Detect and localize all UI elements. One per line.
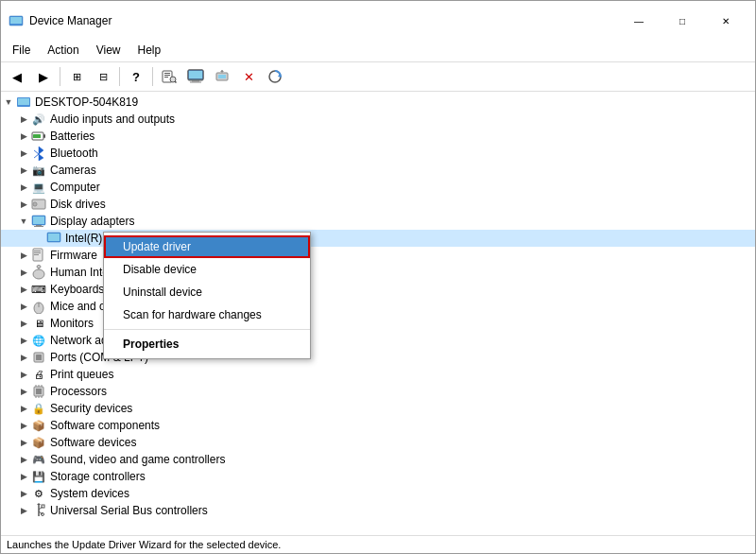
svg-rect-6: [164, 77, 168, 78]
security-label: Security devices: [50, 402, 132, 415]
menu-file[interactable]: File: [5, 41, 38, 60]
ports-expand-icon[interactable]: ▶: [16, 353, 31, 362]
close-button[interactable]: ✕: [704, 7, 747, 35]
svg-rect-25: [43, 134, 45, 138]
ctx-update-driver[interactable]: Update driver: [104, 235, 310, 258]
security-icon: 🔒: [31, 401, 46, 416]
expand-button[interactable]: ⊞: [64, 65, 89, 88]
ctx-scan-hardware[interactable]: Scan for hardware changes: [104, 303, 310, 326]
keyboards-expand-icon[interactable]: ▶: [16, 285, 31, 294]
monitors-expand-icon[interactable]: ▶: [16, 319, 31, 328]
tree-item-print-queues[interactable]: ▶ 🖨 Print queues: [1, 366, 755, 383]
processors-icon: [31, 384, 46, 399]
status-text: Launches the Update Driver Wizard for th…: [7, 539, 281, 550]
firmware-label: Firmware: [50, 249, 97, 262]
context-menu-separator: [104, 329, 310, 330]
update-driver-button[interactable]: [210, 65, 234, 88]
toolbar-separator-1: [60, 67, 60, 86]
bluetooth-expand-icon[interactable]: ▶: [16, 148, 31, 158]
tree-item-software-devices[interactable]: ▶ 📦 Software devices: [1, 434, 755, 451]
usb-expand-icon[interactable]: ▶: [16, 506, 31, 515]
tree-item-security[interactable]: ▶ 🔒 Security devices: [1, 400, 755, 417]
maximize-button[interactable]: □: [661, 7, 704, 35]
sw-devices-expand-icon[interactable]: ▶: [16, 438, 31, 447]
tree-item-computer[interactable]: ▶ 💻 Computer: [1, 179, 755, 196]
disk-label: Disk drives: [50, 198, 106, 211]
tree-item-display-adapters[interactable]: ▼ Display adapters: [1, 213, 755, 230]
firmware-expand-icon[interactable]: ▶: [16, 251, 31, 260]
network-expand-icon[interactable]: ▶: [16, 336, 31, 345]
audio-expand-icon[interactable]: ▶: [16, 114, 31, 124]
processors-expand-icon[interactable]: ▶: [16, 387, 31, 396]
intel-icon: [46, 231, 61, 246]
computer-icon: 💻: [31, 180, 46, 195]
ctx-disable-device[interactable]: Disable device: [104, 258, 310, 281]
tree-item-usb[interactable]: ▶ Universal Serial Bus controllers: [1, 502, 755, 519]
tree-item-batteries[interactable]: ▶ Batteries: [1, 128, 755, 145]
sound-icon: 🎮: [31, 452, 46, 467]
display-expand-icon[interactable]: ▼: [16, 216, 31, 226]
svg-rect-30: [33, 216, 44, 224]
svg-rect-37: [34, 252, 41, 253]
toolbar-separator-2: [119, 67, 120, 86]
mice-expand-icon[interactable]: ▶: [16, 302, 31, 311]
print-expand-icon[interactable]: ▶: [16, 370, 31, 379]
menu-view[interactable]: View: [89, 41, 129, 60]
hid-expand-icon[interactable]: ▶: [16, 268, 31, 277]
tree-item-sound[interactable]: ▶ 🎮 Sound, video and game controllers: [1, 451, 755, 468]
audio-icon: 🔊: [31, 112, 46, 127]
display-adapters-label: Display adapters: [50, 215, 134, 228]
remove-button[interactable]: ✕: [236, 65, 261, 88]
scan-button[interactable]: [263, 65, 287, 88]
computer-button[interactable]: [183, 65, 208, 88]
disk-icon: [31, 197, 46, 212]
system-expand-icon[interactable]: ▶: [16, 489, 31, 498]
root-expand-icon[interactable]: ▼: [1, 97, 16, 107]
network-icon: 🌐: [31, 333, 46, 348]
mice-icon: [31, 299, 46, 314]
cameras-expand-icon[interactable]: ▶: [16, 165, 31, 175]
menu-action[interactable]: Action: [40, 41, 86, 60]
tree-item-disk-drives[interactable]: ▶ Disk drives: [1, 196, 755, 213]
properties-button[interactable]: [157, 65, 181, 88]
tree-item-storage[interactable]: ▶ 💾 Storage controllers: [1, 468, 755, 485]
back-button[interactable]: ◀: [5, 65, 29, 88]
tree-item-system[interactable]: ▶ ⚙ System devices: [1, 485, 755, 502]
svg-rect-47: [36, 389, 42, 394]
menu-help[interactable]: Help: [130, 41, 169, 60]
storage-expand-icon[interactable]: ▶: [16, 472, 31, 481]
ctx-properties[interactable]: Properties: [104, 333, 310, 355]
sound-expand-icon[interactable]: ▶: [16, 455, 31, 464]
cameras-label: Cameras: [50, 164, 96, 177]
window-icon: [9, 13, 24, 28]
computer-label: Computer: [50, 181, 100, 194]
batteries-icon: [31, 129, 46, 144]
help-button[interactable]: ?: [124, 65, 148, 88]
tree-item-cameras[interactable]: ▶ 📷 Cameras: [1, 162, 755, 179]
svg-marker-17: [220, 70, 224, 72]
minimize-button[interactable]: —: [617, 7, 661, 35]
tree-root[interactable]: ▼ DESKTOP-504K819: [1, 94, 755, 111]
svg-rect-12: [192, 80, 199, 82]
sw-components-expand-icon[interactable]: ▶: [16, 421, 31, 430]
tree-item-software-components[interactable]: ▶ 📦 Software components: [1, 417, 755, 434]
svg-rect-15: [218, 75, 226, 78]
keyboards-icon: ⌨: [31, 282, 46, 297]
tree-root-label: DESKTOP-504K819: [35, 95, 138, 109]
tree-item-processors[interactable]: ▶ Processors: [1, 383, 755, 400]
batteries-expand-icon[interactable]: ▶: [16, 131, 31, 141]
security-expand-icon[interactable]: ▶: [16, 404, 31, 413]
menu-bar: File Action View Help: [1, 39, 755, 62]
forward-button[interactable]: ▶: [31, 65, 56, 88]
collapse-button[interactable]: ⊟: [91, 65, 115, 88]
svg-line-8: [175, 81, 176, 82]
sw-devices-label: Software devices: [50, 436, 136, 449]
disk-expand-icon[interactable]: ▶: [16, 199, 31, 209]
svg-rect-2: [10, 24, 22, 26]
svg-rect-31: [36, 225, 42, 226]
tree-item-bluetooth[interactable]: ▶ Bluetooth: [1, 145, 755, 162]
computer-expand-icon[interactable]: ▶: [16, 182, 31, 192]
device-manager-window: Device Manager — □ ✕ File Action View He…: [0, 0, 756, 554]
ctx-uninstall-device[interactable]: Uninstall device: [104, 281, 310, 303]
tree-item-audio[interactable]: ▶ 🔊 Audio inputs and outputs: [1, 111, 755, 128]
